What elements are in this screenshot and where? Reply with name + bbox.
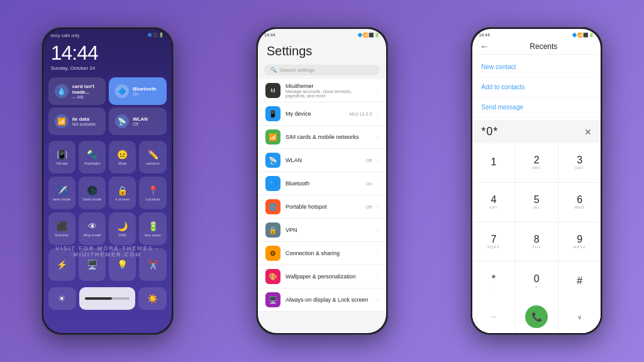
power-icon: ⚡: [57, 260, 67, 270]
dial-key-5[interactable]: 5 JKL: [516, 183, 558, 222]
dial-key-hash[interactable]: #: [558, 261, 601, 300]
flashlight-tile[interactable]: 🔦Flashlight: [79, 141, 106, 173]
sun-dim-icon: ☀: [58, 293, 66, 304]
bluetooth-icon: 🔷: [115, 84, 129, 98]
list-item[interactable]: 🌐 Portable hotspot Off ›: [258, 195, 386, 219]
mobile-data-tile[interactable]: 📶 ile data Not available: [48, 107, 106, 135]
vibrate-tile[interactable]: 📳Vibrate: [48, 141, 75, 173]
sun-dim-tile[interactable]: ☀: [48, 287, 77, 310]
key-letters-0: +: [535, 285, 538, 288]
time-row: 14:44 Sunday, October 24: [43, 39, 172, 75]
dial-key-1[interactable]: 1: [472, 143, 514, 182]
settings-time: 14:44: [264, 33, 275, 38]
data-sub: — MB: [72, 95, 100, 99]
dial-key-9[interactable]: 9 WXYZ: [558, 222, 601, 261]
dial-key-4[interactable]: 4 GHI: [472, 183, 514, 222]
list-item[interactable]: 📡 WLAN Off ›: [258, 149, 386, 172]
clock-display: 14:44: [51, 41, 164, 65]
dial-key-7[interactable]: 7 PQRS: [472, 222, 514, 261]
sim-icon: 📶: [265, 129, 280, 145]
wlan-tile[interactable]: 📡 WLAN Off: [109, 107, 167, 135]
dial-key-3[interactable]: 3 DEF: [558, 143, 601, 182]
cast-tile[interactable]: 🖥️: [79, 248, 106, 281]
list-item[interactable]: 🔷 Bluetooth On ›: [258, 172, 386, 195]
dial-key-8[interactable]: 8 TUV: [516, 222, 558, 261]
bt-sub: On: [133, 92, 156, 96]
lock-screen-icon: 🔒: [117, 185, 128, 195]
list-item[interactable]: 📱 My device MIUI 12.5.5 ›: [258, 102, 386, 126]
call-button[interactable]: 📞: [516, 300, 558, 333]
dial-key-2[interactable]: 2 ABC: [516, 143, 558, 182]
reading-mode-tile[interactable]: 👁ding mode: [79, 212, 106, 245]
dial-key-6[interactable]: 6 MNO: [558, 183, 601, 222]
mobile-data-icon: 📶: [55, 114, 69, 128]
hotspot-icon: 🌐: [265, 199, 280, 214]
bt-label: Bluetooth: [133, 86, 156, 92]
dark-mode-tile[interactable]: 🌑Dark mode: [79, 177, 106, 209]
key-num-5: 5: [534, 195, 540, 205]
screenshot-tile[interactable]: ✏️eenshot: [139, 141, 166, 173]
airplane-icon: ✈️: [57, 185, 67, 195]
add-to-contacts-item[interactable]: Add to contacts: [472, 77, 601, 97]
brightness-bar: [85, 297, 130, 300]
battery-saver-tile[interactable]: 🔋tery saver: [139, 212, 166, 245]
more-action-button[interactable]: ∨: [558, 300, 601, 333]
list-item[interactable]: 🖥️ Always-on display & Lock screen ›: [258, 288, 386, 312]
data-label: card isn't loade...: [72, 84, 100, 95]
vpn-icon: 🔒: [265, 222, 280, 238]
chevron-icon: ›: [377, 228, 379, 233]
settings-search-bar[interactable]: 🔍 Search settings: [264, 65, 380, 75]
new-contact-item[interactable]: New contact: [472, 57, 601, 77]
data-icon: 💧: [55, 84, 69, 98]
list-item[interactable]: 📶 SIM cards & mobile networks ›: [258, 126, 386, 149]
data-tile[interactable]: 💧 card isn't loade... — MB: [48, 77, 106, 105]
dial-key-0[interactable]: 0 +: [516, 261, 558, 300]
list-item[interactable]: ⚙ Connection & sharing ›: [258, 242, 386, 265]
delete-button[interactable]: ✕: [584, 127, 592, 137]
bluetooth-tile[interactable]: 🔷 Bluetooth On: [109, 77, 167, 105]
mobile-sub: Not available: [72, 122, 96, 126]
color-tile[interactable]: 💡: [109, 248, 136, 281]
list-item[interactable]: M Miuithemer Manage accounts, cloud serv…: [258, 79, 386, 102]
aod-icon: 🖥️: [265, 292, 280, 307]
wlan-settings-icon: 📡: [265, 153, 280, 168]
phone-control-center: ency calls only 🔷⬛🔋 14:44 Sunday, Octobe…: [42, 27, 174, 335]
cast-icon: 🖥️: [87, 260, 97, 270]
airplane-tile[interactable]: ✈️lane mode: [48, 177, 75, 209]
screenshot-icon: ✏️: [148, 150, 158, 160]
brightness-row: ☀ ☀️: [43, 284, 172, 313]
list-item[interactable]: 🎨 Wallpaper & personalization ›: [258, 265, 386, 288]
lock-screen-tile[interactable]: 🔒k screen: [109, 177, 136, 209]
chevron-icon: ›: [377, 88, 379, 94]
back-button[interactable]: ←: [480, 41, 489, 52]
key-num-6: 6: [577, 195, 582, 205]
item-sub: Manage accounts, cloud services, payment…: [286, 89, 372, 98]
menu-dots-icon: ···: [491, 314, 496, 321]
key-num-4: 4: [491, 195, 497, 205]
edit-icon: ✂️: [148, 260, 158, 270]
sun-bright-tile[interactable]: ☀️: [138, 287, 167, 310]
key-letters-8: TUV: [532, 245, 541, 249]
item-value: Off: [366, 205, 372, 209]
scanner-tile[interactable]: ⬛Scanner: [48, 212, 75, 245]
edit-tile[interactable]: ✂️: [139, 248, 166, 281]
location-tile[interactable]: 📍Location: [139, 177, 166, 209]
item-label: VPN: [286, 227, 372, 233]
dnd-tile[interactable]: 🌙DND: [109, 212, 136, 245]
call-icon: 📞: [525, 305, 548, 328]
settings-status-icons: 🔷📶⬛🔋: [357, 33, 380, 38]
key-num-star: *: [492, 274, 496, 284]
send-message-item[interactable]: Send message: [472, 97, 601, 118]
top-tiles-grid: 💧 card isn't loade... — MB 🔷 Bluetooth O…: [43, 75, 172, 107]
key-num-1: 1: [491, 157, 497, 167]
number-display-row: *0* ✕: [472, 120, 601, 143]
brightness-slider[interactable]: [79, 287, 135, 310]
vibrate-icon: 📳: [57, 150, 67, 160]
bluetooth-settings-icon: 🔷: [265, 176, 280, 191]
list-item[interactable]: 🔒 VPN ›: [258, 219, 386, 242]
power-tile[interactable]: ⚡: [48, 248, 75, 281]
mute-tile[interactable]: 😐Mute: [109, 141, 136, 173]
dial-key-star[interactable]: * ,: [472, 261, 514, 300]
menu-action-button[interactable]: ···: [472, 300, 514, 333]
key-letters-9: WXYZ: [574, 245, 586, 249]
